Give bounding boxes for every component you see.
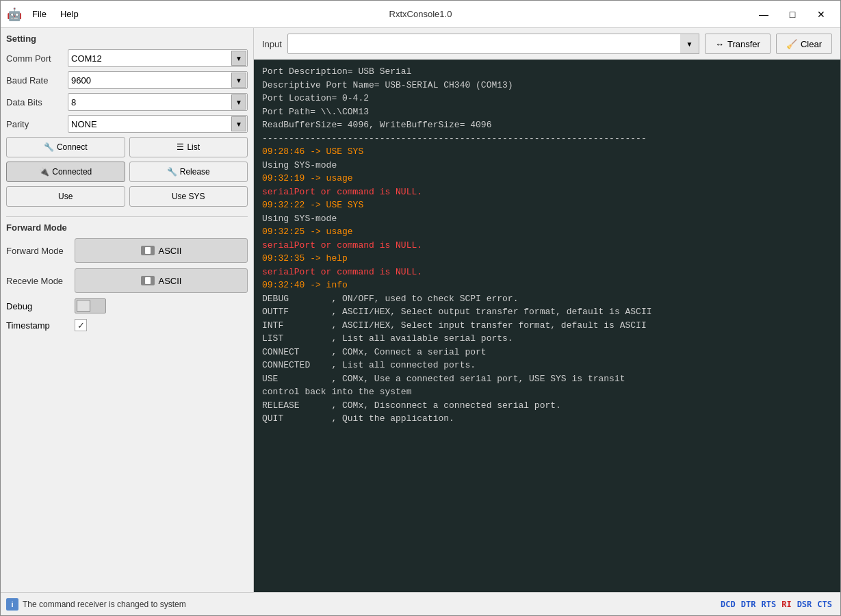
- divider-1: [6, 216, 248, 217]
- input-bar: Input ▼ ↔ Transfer 🧹 Clear: [254, 28, 840, 60]
- debug-row: Debug: [6, 298, 248, 313]
- status-bar: i The command receiver is changed to sys…: [1, 592, 840, 615]
- status-signals: DCD DTR RTS RI DSR CTS: [721, 600, 835, 609]
- clear-icon: 🧹: [786, 39, 797, 49]
- command-input[interactable]: [287, 34, 699, 54]
- console-line: Port Path= \\.\COM13: [262, 105, 832, 119]
- signal-dsr: DSR: [797, 600, 812, 609]
- connect-icon: 🔧: [44, 142, 54, 152]
- console-line: CONNECT , COMx, Connect a serial port: [262, 346, 832, 359]
- console-line: INTF , ASCII/HEX, Select input transfer …: [262, 319, 832, 333]
- parity-select[interactable]: NONE: [68, 115, 248, 133]
- console-line: ReadBufferSize= 4096, WriteBufferSize= 4…: [262, 118, 832, 132]
- menu-bar: File Help: [27, 8, 84, 21]
- forward-mode-icon: [141, 246, 155, 255]
- timestamp-label: Timestamp: [6, 320, 75, 331]
- release-button[interactable]: 🔧 Release: [129, 162, 248, 182]
- main-window: 🤖 File Help RxtxConsole1.0 — □ ✕ Setting…: [0, 0, 841, 616]
- comm-port-row: Comm Port COM12 ▼: [6, 49, 248, 67]
- forward-mode-label: Forward Mode: [6, 246, 75, 256]
- baud-rate-label: Baud Rate: [6, 75, 68, 86]
- parity-select-wrapper: NONE ▼: [68, 115, 248, 133]
- status-info-icon: i: [6, 598, 18, 611]
- console-line: ----------------------------------------…: [262, 132, 832, 146]
- parity-label: Parity: [6, 119, 68, 129]
- debug-toggle[interactable]: [75, 298, 106, 313]
- parity-row: Parity NONE ▼: [6, 115, 248, 133]
- receive-mode-label: Recevie Mode: [6, 276, 75, 286]
- comm-port-select-wrapper: COM12 ▼: [68, 49, 248, 67]
- use-sys-button[interactable]: Use SYS: [129, 186, 248, 207]
- signal-dtr: DTR: [741, 600, 756, 609]
- receive-mode-row: Recevie Mode ASCII: [6, 268, 248, 293]
- console-line: OUTTF , ASCII/HEX, Select output transfe…: [262, 305, 832, 319]
- right-panel: Input ▼ ↔ Transfer 🧹 Clear Port Descript…: [254, 28, 840, 592]
- console-line: USE , COMx, Use a connected serial port,…: [262, 372, 832, 386]
- console-line: 09:32:22 -> USE SYS: [262, 198, 832, 212]
- close-button[interactable]: ✕: [807, 4, 835, 25]
- settings-section-title: Setting: [6, 34, 248, 44]
- release-icon: 🔧: [167, 167, 177, 177]
- maximize-button[interactable]: □: [779, 4, 806, 25]
- console-line: 09:32:35 -> help: [262, 252, 832, 266]
- console-line: QUIT , Quit the application.: [262, 412, 832, 426]
- console-line: CONNECTED , List all connected ports.: [262, 359, 832, 372]
- window-controls: — □ ✕: [750, 4, 835, 25]
- transfer-button[interactable]: ↔ Transfer: [705, 34, 771, 54]
- left-panel: Setting Comm Port COM12 ▼ Baud Rate 9600: [1, 28, 254, 592]
- menu-help[interactable]: Help: [55, 8, 84, 21]
- status-left: i The command receiver is changed to sys…: [6, 598, 186, 611]
- data-bits-select[interactable]: 8: [68, 93, 248, 111]
- use-button[interactable]: Use: [6, 186, 125, 207]
- data-bits-row: Data Bits 8 ▼: [6, 93, 248, 111]
- receive-mode-icon: [141, 276, 155, 285]
- input-label: Input: [262, 39, 282, 49]
- baud-rate-select-wrapper: 9600 ▼: [68, 71, 248, 89]
- signal-rts: RTS: [761, 600, 776, 609]
- console-line: 09:32:40 -> info: [262, 279, 832, 292]
- console-line: Port Location= 0-4.2: [262, 92, 832, 105]
- data-bits-label: Data Bits: [6, 97, 68, 107]
- main-content: Setting Comm Port COM12 ▼ Baud Rate 9600: [1, 28, 840, 592]
- console-line: Using SYS-mode: [262, 212, 832, 226]
- timestamp-row: Timestamp: [6, 319, 248, 331]
- debug-toggle-knob: [77, 300, 90, 312]
- console-line: LIST , List all available serial ports.: [262, 332, 832, 346]
- console-line: control back into the system: [262, 385, 832, 399]
- use-usesys-row: Use Use SYS: [6, 186, 248, 207]
- console-line: DEBUG , ON/OFF, used to check SCPI error…: [262, 292, 832, 306]
- console-output: Port Description= USB SerialDescriptive …: [254, 60, 840, 592]
- status-message: The command receiver is changed to syste…: [23, 600, 186, 609]
- minimize-button[interactable]: —: [750, 4, 777, 25]
- clear-button[interactable]: 🧹 Clear: [776, 34, 832, 54]
- signal-dcd: DCD: [721, 600, 736, 609]
- list-button[interactable]: ☰ List: [129, 137, 248, 157]
- titlebar: 🤖 File Help RxtxConsole1.0 — □ ✕: [1, 1, 840, 28]
- receive-mode-button[interactable]: ASCII: [75, 268, 248, 293]
- baud-rate-select[interactable]: 9600: [68, 71, 248, 89]
- console-line: RELEASE , COMx, Disconnect a connected s…: [262, 399, 832, 413]
- console-line: 09:32:25 -> usage: [262, 225, 832, 239]
- console-line: Port Description= USB Serial: [262, 65, 832, 79]
- menu-file[interactable]: File: [27, 8, 52, 21]
- console-line: 09:28:46 -> USE SYS: [262, 145, 832, 159]
- list-icon: ☰: [177, 142, 184, 152]
- input-field-wrapper: ▼: [287, 34, 699, 54]
- console-line: serialPort or command is NULL.: [262, 239, 832, 253]
- comm-port-select[interactable]: COM12: [68, 49, 248, 67]
- console-line: 09:32:19 -> usage: [262, 172, 832, 185]
- connect-button[interactable]: 🔧 Connect: [6, 137, 125, 157]
- console-line: Descriptive Port Name= USB-SERIAL CH340 …: [262, 79, 832, 92]
- signal-ri: RI: [781, 600, 791, 609]
- connect-list-row: 🔧 Connect ☰ List: [6, 137, 248, 157]
- debug-label: Debug: [6, 301, 75, 311]
- command-dropdown-button[interactable]: ▼: [680, 34, 699, 54]
- signal-cts: CTS: [817, 600, 832, 609]
- console-line: serialPort or command is NULL.: [262, 185, 832, 199]
- transfer-icon: ↔: [715, 39, 724, 49]
- baud-rate-row: Baud Rate 9600 ▼: [6, 71, 248, 89]
- forward-mode-section-title: Forward Mode: [6, 222, 248, 233]
- forward-mode-button[interactable]: ASCII: [75, 238, 248, 263]
- connected-button[interactable]: 🔌 Connected: [6, 162, 125, 182]
- timestamp-checkbox[interactable]: [75, 319, 87, 331]
